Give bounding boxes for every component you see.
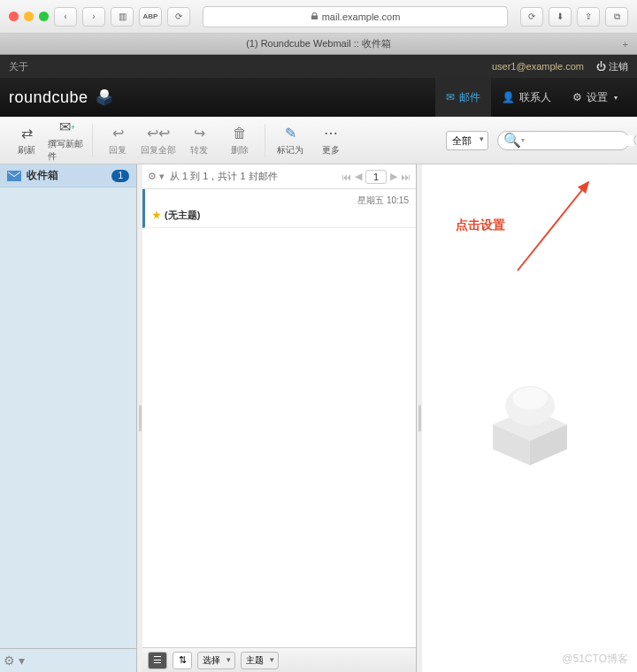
forward-icon: ↪ [189,125,209,142]
list-options-icon[interactable]: ⚙ ▾ [148,171,165,182]
share-button[interactable]: ⇪ [577,7,600,27]
list-range: 从 1 到 1，共计 1 封邮件 [170,170,278,183]
delete-button: 🗑 删除 [220,125,259,157]
nav-buttons: ‹ › [54,7,105,27]
main-nav: ✉ 邮件 👤 联系人 ⚙ 设置 ▾ [435,78,628,117]
logo-cube-icon [92,85,117,110]
nav-settings[interactable]: ⚙ 设置 ▾ [562,78,628,117]
user-email: user1@example.com [492,61,584,72]
reply-all-icon: ↩↩ [149,125,168,142]
mail-toolbar: ⇄ 刷新 ✉+ 撰写新邮件 ↩ 回复 ↩↩ 回复全部 ↪ 转发 🗑 删除 ✎ 标… [0,117,637,164]
watermark: @51CTO博客 [562,652,628,667]
browser-tab[interactable]: (1) Roundcube Webmail :: 收件箱 + [0,34,637,55]
new-tab-icon[interactable]: + [623,39,628,50]
compose-icon: ✉+ [58,118,77,136]
message-subject: (无主题) [165,209,200,222]
logo-text: roundcube [9,88,88,107]
view-list-icon[interactable]: ☰ [148,652,167,669]
inbox-icon [7,171,21,181]
last-page-icon[interactable]: ⏭ [401,172,411,182]
adblock-icon[interactable]: ABP [139,7,162,27]
url-text: mail.example.com [322,11,401,22]
maximize-window-icon[interactable] [39,11,49,21]
folder-pane: 收件箱 1 ⚙ ▾ [0,164,137,672]
annotation-arrow-icon [509,173,597,279]
pager: ⏮ ◀ 1 ▶ ⏭ [342,170,411,184]
app-topbar: 关于 user1@example.com ⏻ 注销 [0,55,637,78]
sort-dropdown[interactable]: 主题 [241,652,279,669]
browser-chrome: ‹ › ▥ ABP ⟳ mail.example.com ⟳ ⬇ ⇪ ⧉ [0,0,637,34]
close-window-icon[interactable] [9,11,19,21]
view-thread-icon[interactable]: ⇅ [173,652,192,669]
search-icon: 🔍 [503,132,521,149]
back-button[interactable]: ‹ [54,7,77,27]
chevron-down-icon: ▾ [614,94,618,102]
person-icon: 👤 [502,91,515,103]
refresh-icon: ⇄ [17,125,36,142]
reply-button: ↩ 回复 [98,125,137,157]
logout-link[interactable]: ⏻ 注销 [596,60,628,73]
minimize-window-icon[interactable] [24,11,34,21]
svg-point-10 [512,387,547,409]
search-input[interactable] [525,135,633,146]
message-row[interactable]: 星期五 10:15 ★ (无主题) [142,189,416,228]
reply-icon: ↩ [108,125,127,142]
sidebar-toggle-button[interactable]: ▥ [111,7,134,27]
main-area: 收件箱 1 ⚙ ▾ ⚙ ▾ 从 1 到 1，共计 1 封邮件 ⏮ ◀ 1 ▶ ⏭… [0,164,637,672]
forward-button: ↪ 转发 [180,125,219,157]
address-bar[interactable]: mail.example.com [203,6,508,27]
extension-icon[interactable]: ⟳ [167,7,190,27]
logo: roundcube [9,85,117,110]
mark-button[interactable]: ✎ 标记为 [271,125,310,157]
trash-icon: 🗑 [230,125,249,142]
folder-footer: ⚙ ▾ [0,648,136,672]
tabs-button[interactable]: ⧉ [605,7,628,27]
scope-select[interactable]: 全部 [446,131,488,150]
about-link[interactable]: 关于 [9,60,28,73]
search-box[interactable]: 🔍 ▾ ⓧ [497,131,630,150]
preview-pane: 点击设置 [422,164,637,672]
next-page-icon[interactable]: ▶ [390,171,397,182]
reply-all-button: ↩↩ 回复全部 [139,125,178,157]
lock-icon [311,12,318,20]
app-header: roundcube ✉ 邮件 👤 联系人 ⚙ 设置 ▾ [0,78,637,117]
more-button[interactable]: ⋯ 更多 [311,125,350,157]
folder-settings-icon[interactable]: ⚙ ▾ [4,653,25,668]
preview-placeholder-icon [468,356,592,480]
forward-button[interactable]: › [82,7,105,27]
nav-contacts[interactable]: 👤 联系人 [491,78,562,117]
compose-button[interactable]: ✉+ 撰写新邮件 [48,118,87,163]
clear-search-icon[interactable]: ⓧ [633,133,637,149]
mark-icon: ✎ [280,125,300,142]
inbox-badge: 1 [111,170,129,182]
folder-inbox[interactable]: 收件箱 1 [0,164,136,187]
tab-title: (1) Roundcube Webmail :: 收件箱 [246,37,391,50]
list-header: ⚙ ▾ 从 1 到 1，共计 1 封邮件 ⏮ ◀ 1 ▶ ⏭ [142,164,416,189]
star-icon[interactable]: ★ [152,210,161,221]
first-page-icon[interactable]: ⏮ [342,172,351,182]
select-dropdown[interactable]: 选择 [197,652,235,669]
message-list-pane: ⚙ ▾ 从 1 到 1，共计 1 封邮件 ⏮ ◀ 1 ▶ ⏭ 星期五 10:15… [142,164,417,672]
power-icon: ⏻ [596,61,606,72]
list-footer: ☰ ⇅ 选择 主题 [142,647,416,672]
svg-line-5 [518,182,588,271]
reload-button[interactable]: ⟳ [520,7,543,27]
window-controls [9,11,49,21]
message-time: 星期五 10:15 [152,195,409,207]
nav-mail[interactable]: ✉ 邮件 [435,78,491,117]
svg-point-4 [101,90,107,94]
downloads-button[interactable]: ⬇ [549,7,572,27]
refresh-button[interactable]: ⇄ 刷新 [7,125,46,157]
prev-page-icon[interactable]: ◀ [355,171,362,182]
mail-icon: ✉ [446,91,455,103]
gear-icon: ⚙ [572,91,582,103]
annotation-label: 点击设置 [456,218,505,233]
page-number: 1 [365,170,387,184]
more-icon: ⋯ [321,125,341,142]
